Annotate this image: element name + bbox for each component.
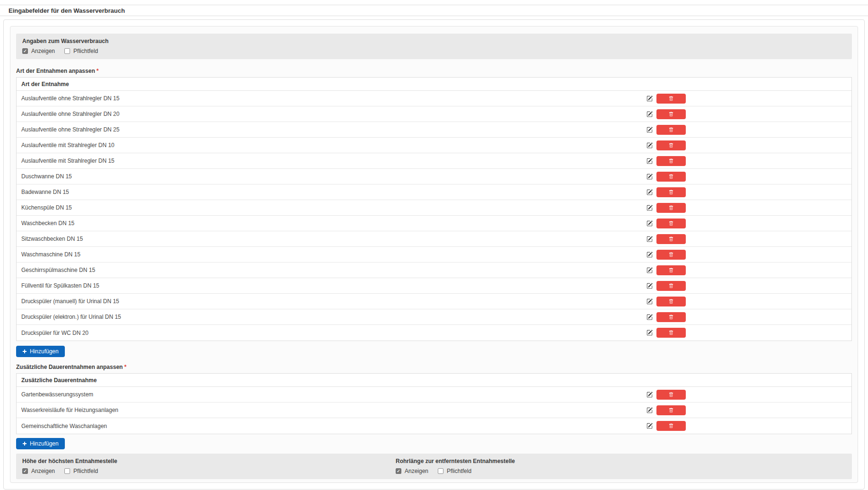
checkbox-icon[interactable] <box>64 48 70 54</box>
row-label: Sitzwaschbecken DN 15 <box>21 236 646 242</box>
delete-button[interactable] <box>656 172 686 182</box>
checkbox-label: Pflichtfeld <box>73 468 98 474</box>
edit-button[interactable] <box>646 422 653 429</box>
table-column-header: Art der Entnahme <box>17 78 851 91</box>
delete-button[interactable] <box>656 297 686 306</box>
pencil-square-icon <box>647 298 653 305</box>
row-label: Druckspüler (elektron.) für Urinal DN 15 <box>21 314 646 320</box>
add-button-label: Hinzufügen <box>30 348 59 355</box>
checkbox-label: Pflichtfeld <box>73 48 98 54</box>
delete-button[interactable] <box>656 250 686 260</box>
pflichtfeld-checkbox[interactable]: Pflichtfeld <box>64 48 98 54</box>
edit-button[interactable] <box>646 173 653 180</box>
anzeigen-checkbox[interactable]: Anzeigen <box>396 468 428 474</box>
delete-button[interactable] <box>656 312 686 322</box>
section-rohrlaenge: Rohrlänge zur entferntesten Entnahmestel… <box>396 458 852 474</box>
checkbox-icon[interactable] <box>64 468 70 474</box>
withdrawal-types-table: Art der Entnahme Auslaufventile ohne Str… <box>16 77 852 341</box>
pencil-square-icon <box>647 252 653 258</box>
row-actions <box>646 172 686 182</box>
form-inner-panel: Angaben zum Wasserverbrauch Anzeigen Pfl… <box>10 26 858 483</box>
edit-button[interactable] <box>646 267 653 274</box>
edit-button[interactable] <box>646 329 653 336</box>
edit-button[interactable] <box>646 314 653 321</box>
withdrawal-types-label: Art der Entnahmen anpassen* <box>16 68 852 74</box>
add-continuous-withdrawal-button[interactable]: Hinzufügen <box>16 438 65 449</box>
add-withdrawal-type-button[interactable]: Hinzufügen <box>16 346 65 357</box>
edit-button[interactable] <box>646 158 653 165</box>
section-title: Angaben zum Wasserverbrauch <box>22 38 846 44</box>
checkbox-row: Anzeigen Pflichtfeld <box>22 48 846 54</box>
pflichtfeld-checkbox[interactable]: Pflichtfeld <box>438 468 471 474</box>
plus-icon <box>22 349 27 354</box>
delete-button[interactable] <box>656 265 686 275</box>
page-title: Eingabefelder für den Wasserverbrauch <box>9 7 125 14</box>
row-actions <box>646 109 686 119</box>
row-label: Waschmaschine DN 15 <box>21 251 646 258</box>
pencil-square-icon <box>647 96 653 102</box>
delete-button[interactable] <box>656 405 686 415</box>
pencil-square-icon <box>647 127 653 133</box>
delete-button[interactable] <box>656 203 686 213</box>
delete-button[interactable] <box>656 219 686 228</box>
delete-button[interactable] <box>656 109 686 119</box>
delete-button[interactable] <box>656 281 686 291</box>
row-label: Gartenbewässerungssystem <box>21 391 646 398</box>
edit-button[interactable] <box>646 95 653 102</box>
edit-button[interactable] <box>646 282 653 289</box>
anzeigen-checkbox[interactable]: Anzeigen <box>22 468 55 474</box>
table-row: Duschwanne DN 15 <box>17 169 851 184</box>
row-label: Druckspüler (manuell) für Urinal DN 15 <box>21 298 646 305</box>
checkbox-icon[interactable] <box>22 468 28 474</box>
edit-button[interactable] <box>646 111 653 118</box>
delete-button[interactable] <box>656 94 686 104</box>
table-column-header: Zusätzliche Dauerentnahme <box>17 374 851 387</box>
pencil-square-icon <box>647 423 653 429</box>
table-row: Auslaufventile ohne Strahlregler DN 15 <box>17 91 851 106</box>
checkbox-label: Anzeigen <box>31 468 55 474</box>
row-label: Auslaufventile mit Strahlregler DN 10 <box>21 142 646 149</box>
delete-button[interactable] <box>656 390 686 400</box>
row-actions <box>646 125 686 135</box>
pflichtfeld-checkbox[interactable]: Pflichtfeld <box>64 468 98 474</box>
continuous-withdrawals-table: Zusätzliche Dauerentnahme Gartenbewässer… <box>16 373 852 434</box>
edit-button[interactable] <box>646 407 653 414</box>
delete-button[interactable] <box>656 421 686 431</box>
edit-button[interactable] <box>646 204 653 211</box>
row-label: Wasserkreisläufe für Heizungsanlagen <box>21 407 646 413</box>
pencil-square-icon <box>647 314 653 320</box>
checkbox-icon[interactable] <box>438 468 443 474</box>
edit-button[interactable] <box>646 126 653 133</box>
trash-icon <box>669 190 673 195</box>
delete-button[interactable] <box>656 328 686 338</box>
required-asterisk: * <box>97 68 99 74</box>
checkbox-icon[interactable] <box>22 48 28 54</box>
delete-button[interactable] <box>656 140 686 150</box>
table-row: Druckspüler (elektron.) für Urinal DN 15 <box>17 309 851 325</box>
checkbox-icon[interactable] <box>396 468 401 474</box>
label-text: Art der Entnahmen anpassen <box>16 68 95 74</box>
edit-button[interactable] <box>646 142 653 149</box>
delete-button[interactable] <box>656 234 686 244</box>
edit-button[interactable] <box>646 189 653 196</box>
table-row: Wasserkreisläufe für Heizungsanlagen <box>17 402 851 418</box>
edit-button[interactable] <box>646 236 653 243</box>
edit-button[interactable] <box>646 251 653 258</box>
table-row: Sitzwaschbecken DN 15 <box>17 231 851 247</box>
table-row: Gartenbewässerungssystem <box>17 387 851 402</box>
pencil-square-icon <box>647 236 653 242</box>
trash-icon <box>669 127 673 132</box>
delete-button[interactable] <box>656 187 686 197</box>
trash-icon <box>669 315 673 320</box>
delete-button[interactable] <box>656 125 686 135</box>
anzeigen-checkbox[interactable]: Anzeigen <box>22 48 55 54</box>
edit-button[interactable] <box>646 220 653 227</box>
edit-button[interactable] <box>646 298 653 305</box>
trash-icon <box>669 112 673 117</box>
trash-icon <box>669 158 673 164</box>
delete-button[interactable] <box>656 156 686 166</box>
row-label: Füllventil für Spülkasten DN 15 <box>21 282 646 289</box>
trash-icon <box>669 205 673 210</box>
table-row: Druckspüler für WC DN 20 <box>17 325 851 341</box>
edit-button[interactable] <box>646 391 653 398</box>
